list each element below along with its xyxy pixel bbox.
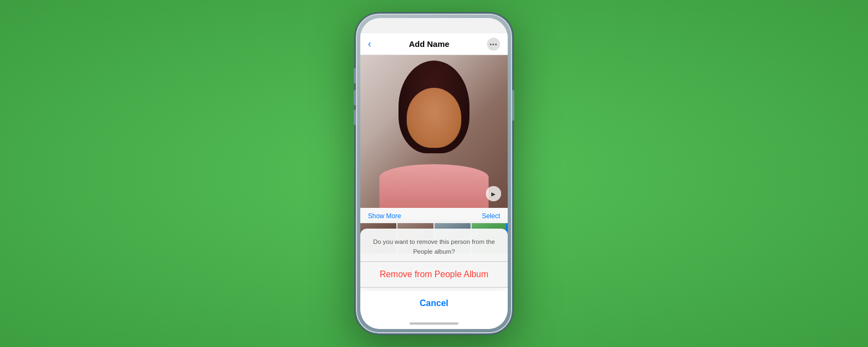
- action-sheet-message-text: Do you want to remove this person from t…: [373, 238, 495, 255]
- nav-title: Add Name: [409, 39, 449, 49]
- action-sheet-overlay: Do you want to remove this person from t…: [360, 229, 508, 329]
- more-button[interactable]: •••: [487, 38, 500, 51]
- show-more-button[interactable]: Show More: [368, 212, 401, 220]
- action-sheet: Do you want to remove this person from t…: [360, 229, 508, 288]
- cancel-sheet: Cancel: [360, 291, 508, 316]
- ellipsis-icon: •••: [490, 41, 498, 47]
- cancel-button[interactable]: Cancel: [360, 291, 508, 316]
- home-indicator: [360, 318, 508, 329]
- remove-from-people-album-button[interactable]: Remove from People Album: [360, 262, 508, 288]
- select-button[interactable]: Select: [482, 212, 500, 220]
- status-bar: [360, 18, 508, 33]
- action-sheet-message: Do you want to remove this person from t…: [360, 229, 508, 262]
- photo-area: ▶: [360, 55, 508, 208]
- phone-device: ‹ Add Name ••• ▶ Show More Select: [355, 13, 513, 334]
- thumbnail-header: Show More Select: [360, 208, 508, 223]
- phone-screen: ‹ Add Name ••• ▶ Show More Select: [360, 18, 508, 329]
- person-clothes: [379, 164, 489, 208]
- back-button[interactable]: ‹: [368, 38, 371, 50]
- play-button[interactable]: ▶: [486, 186, 501, 201]
- home-bar: [409, 322, 459, 325]
- person-face: [407, 88, 461, 148]
- nav-bar: ‹ Add Name •••: [360, 33, 508, 55]
